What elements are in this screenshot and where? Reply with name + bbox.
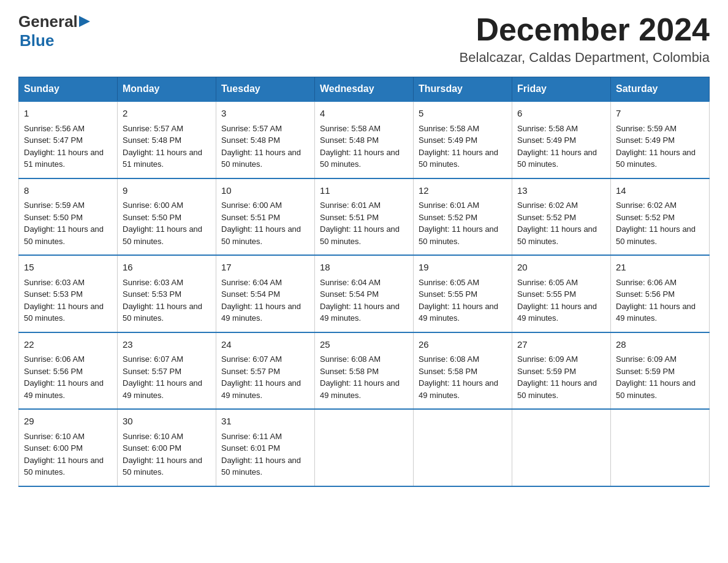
logo-triangle-icon [79,16,90,27]
calendar-cell: 26Sunrise: 6:08 AMSunset: 5:58 PMDayligh… [414,332,512,410]
sunset-label: Sunset: 5:48 PM [320,136,379,145]
day-number: 20 [517,261,605,275]
calendar-cell: 8Sunrise: 5:59 AMSunset: 5:50 PMDaylight… [19,178,118,256]
daylight-label: Daylight: 11 hours and 50 minutes. [221,224,301,246]
daylight-label: Daylight: 11 hours and 49 minutes. [221,302,301,323]
header-friday: Friday [512,77,611,102]
sunset-label: Sunset: 5:52 PM [616,213,675,222]
sunset-label: Sunset: 5:49 PM [419,136,477,145]
sunrise-label: Sunrise: 6:01 AM [419,201,479,210]
sunrise-label: Sunrise: 6:08 AM [320,354,381,364]
calendar-cell: 15Sunrise: 6:03 AMSunset: 5:53 PMDayligh… [19,255,118,332]
daylight-label: Daylight: 11 hours and 49 minutes. [419,378,498,400]
sunset-label: Sunset: 5:58 PM [419,367,477,376]
calendar-cell: 25Sunrise: 6:08 AMSunset: 5:58 PMDayligh… [315,332,414,410]
daylight-label: Daylight: 11 hours and 50 minutes. [616,148,696,169]
calendar-week-row: 8Sunrise: 5:59 AMSunset: 5:50 PMDaylight… [19,178,710,256]
day-number: 10 [221,184,309,198]
day-number: 5 [419,107,507,121]
calendar-cell: 24Sunrise: 6:07 AMSunset: 5:57 PMDayligh… [216,332,315,410]
sunset-label: Sunset: 5:55 PM [517,289,576,299]
daylight-label: Daylight: 11 hours and 50 minutes. [517,224,597,246]
sunrise-label: Sunrise: 5:59 AM [616,124,677,133]
calendar-cell: 5Sunrise: 5:58 AMSunset: 5:49 PMDaylight… [414,101,512,178]
sunrise-label: Sunrise: 6:03 AM [123,278,183,287]
daylight-label: Daylight: 11 hours and 50 minutes. [517,148,597,169]
sunset-label: Sunset: 5:51 PM [320,213,379,222]
day-number: 8 [24,184,112,198]
sunrise-label: Sunrise: 6:04 AM [221,278,282,287]
calendar-cell: 19Sunrise: 6:05 AMSunset: 5:55 PMDayligh… [414,255,512,332]
sunset-label: Sunset: 5:54 PM [320,289,379,299]
day-number: 7 [616,107,704,121]
sunrise-label: Sunrise: 6:06 AM [24,354,85,364]
calendar-cell: 30Sunrise: 6:10 AMSunset: 6:00 PMDayligh… [118,409,216,486]
daylight-label: Daylight: 11 hours and 50 minutes. [517,378,597,400]
sunset-label: Sunset: 6:00 PM [24,443,83,453]
day-number: 3 [221,107,309,121]
calendar-cell: 31Sunrise: 6:11 AMSunset: 6:01 PMDayligh… [216,409,315,486]
sunset-label: Sunset: 5:49 PM [517,136,576,145]
calendar-cell: 14Sunrise: 6:02 AMSunset: 5:52 PMDayligh… [611,178,710,256]
day-number: 2 [123,107,211,121]
logo-blue: Blue [20,31,90,50]
svg-marker-0 [79,16,90,27]
logo-general: General [18,12,78,31]
title-area: December 2024 Belalcazar, Caldas Departm… [460,12,710,66]
day-number: 30 [123,415,211,429]
sunset-label: Sunset: 5:53 PM [24,289,83,299]
daylight-label: Daylight: 11 hours and 50 minutes. [419,148,498,169]
sunset-label: Sunset: 5:58 PM [320,367,379,376]
calendar-cell: 6Sunrise: 5:58 AMSunset: 5:49 PMDaylight… [512,101,611,178]
calendar-cell [512,409,611,486]
main-title: December 2024 [460,12,710,47]
sunrise-label: Sunrise: 6:06 AM [616,278,677,287]
sunset-label: Sunset: 5:48 PM [123,136,181,145]
daylight-label: Daylight: 11 hours and 50 minutes. [123,302,202,323]
day-number: 4 [320,107,408,121]
logo: General Blue [18,12,90,50]
sunrise-label: Sunrise: 6:11 AM [221,432,282,441]
sunset-label: Sunset: 5:52 PM [517,213,576,222]
calendar-week-row: 1Sunrise: 5:56 AMSunset: 5:47 PMDaylight… [19,101,710,178]
calendar-week-row: 15Sunrise: 6:03 AMSunset: 5:53 PMDayligh… [19,255,710,332]
day-number: 24 [221,338,309,352]
sunset-label: Sunset: 5:59 PM [517,367,576,376]
day-number: 16 [123,261,211,275]
sunset-label: Sunset: 6:01 PM [221,443,280,453]
sunrise-label: Sunrise: 6:02 AM [616,201,677,210]
daylight-label: Daylight: 11 hours and 49 minutes. [24,378,104,400]
sunset-label: Sunset: 5:49 PM [616,136,675,145]
daylight-label: Daylight: 11 hours and 49 minutes. [320,378,400,400]
header-saturday: Saturday [611,77,710,102]
day-number: 19 [419,261,507,275]
sunset-label: Sunset: 5:50 PM [123,213,181,222]
daylight-label: Daylight: 11 hours and 50 minutes. [221,456,301,477]
daylight-label: Daylight: 11 hours and 50 minutes. [24,456,104,477]
daylight-label: Daylight: 11 hours and 50 minutes. [123,456,202,477]
calendar-week-row: 29Sunrise: 6:10 AMSunset: 6:00 PMDayligh… [19,409,710,486]
sunset-label: Sunset: 5:51 PM [221,213,280,222]
day-number: 9 [123,184,211,198]
calendar-week-row: 22Sunrise: 6:06 AMSunset: 5:56 PMDayligh… [19,332,710,410]
calendar-cell: 12Sunrise: 6:01 AMSunset: 5:52 PMDayligh… [414,178,512,256]
daylight-label: Daylight: 11 hours and 50 minutes. [24,224,104,246]
calendar-cell: 23Sunrise: 6:07 AMSunset: 5:57 PMDayligh… [118,332,216,410]
day-number: 18 [320,261,408,275]
sunset-label: Sunset: 5:57 PM [221,367,280,376]
calendar-cell: 9Sunrise: 6:00 AMSunset: 5:50 PMDaylight… [118,178,216,256]
calendar-cell: 2Sunrise: 5:57 AMSunset: 5:48 PMDaylight… [118,101,216,178]
calendar-cell: 29Sunrise: 6:10 AMSunset: 6:00 PMDayligh… [19,409,118,486]
calendar-cell: 7Sunrise: 5:59 AMSunset: 5:49 PMDaylight… [611,101,710,178]
subtitle: Belalcazar, Caldas Department, Colombia [460,50,710,66]
day-number: 11 [320,184,408,198]
calendar-cell [611,409,710,486]
day-number: 26 [419,338,507,352]
day-number: 25 [320,338,408,352]
calendar-cell: 3Sunrise: 5:57 AMSunset: 5:48 PMDaylight… [216,101,315,178]
calendar-cell [414,409,512,486]
day-number: 23 [123,338,211,352]
page-header: General Blue December 2024 Belalcazar, C… [18,12,710,66]
sunrise-label: Sunrise: 6:07 AM [221,354,282,364]
calendar-cell: 13Sunrise: 6:02 AMSunset: 5:52 PMDayligh… [512,178,611,256]
